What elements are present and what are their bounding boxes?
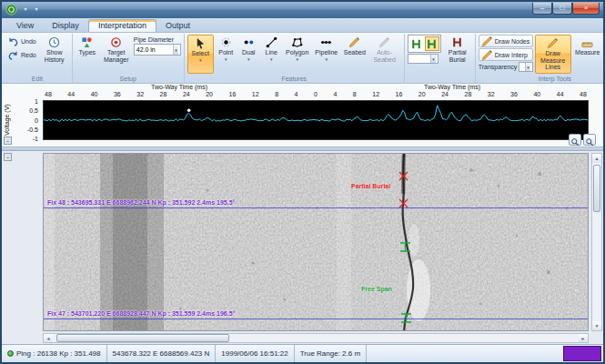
horizontal-scroll-track[interactable] (53, 334, 579, 342)
collapse-sonar-button[interactable]: - (4, 153, 12, 161)
x-tick-label: 44 (557, 91, 564, 99)
minimize-button[interactable]: – (532, 3, 552, 15)
close-button[interactable]: × (572, 3, 600, 15)
fix-line-47[interactable] (44, 318, 588, 319)
status-position-text: 543678.322 E 6688569.423 N (113, 349, 210, 358)
status-ping: Ping : 26138 Kp : 351.498 (2, 345, 107, 362)
collapse-profile-button[interactable]: - (4, 136, 12, 145)
pipeline-icon (320, 36, 332, 48)
sonar-image[interactable]: Fix 48 : 543695.331 E 6688962.244 N Kp :… (43, 153, 589, 331)
vertical-scroll-thumb[interactable] (593, 165, 600, 212)
exposed-pipe-h-icon[interactable] (409, 36, 424, 51)
redo-label: Redo (21, 52, 36, 58)
line-tool-button[interactable]: Line ▾ (261, 35, 282, 74)
draw-measure-lines-button[interactable]: Draw Measure Lines (535, 35, 571, 74)
app-icon[interactable] (5, 4, 17, 15)
dropdown-arrow-icon[interactable]: ▾ (430, 55, 436, 63)
target-manager-button[interactable]: Target Manager (101, 35, 132, 74)
status-spacer (367, 345, 563, 362)
window-controls: – □ × (532, 3, 600, 15)
chevron-down-icon: ▾ (270, 57, 273, 61)
fix-label-47: Fix 47 : 543701.220 E 6688928.447 N Kp :… (47, 310, 235, 317)
ribbon-tab-bar: View Display Interpretation Output (2, 18, 603, 33)
fix-line-48[interactable] (44, 207, 588, 208)
ribbon-group-features: Select ▾ Point ▾ Dual ▾ Line ▾ (185, 34, 405, 83)
quick-access-button-2[interactable]: ▾ (31, 5, 42, 15)
select-tool-button[interactable]: Select ▾ (187, 35, 214, 74)
x-tick-label: 48 (580, 91, 587, 99)
burial-group-label (406, 75, 474, 83)
x-tick-label: 20 (418, 91, 426, 99)
tab-interpretation[interactable]: Interpretation (88, 19, 156, 32)
vertical-scroll-track[interactable] (592, 163, 601, 321)
quick-access-button-1[interactable]: ▾ (20, 5, 31, 15)
draw-interp-pencil-icon (481, 49, 493, 61)
dual-tool-button[interactable]: Dual ▾ (238, 35, 259, 74)
light-streak (337, 154, 351, 331)
x-tick-label: 24 (441, 91, 449, 99)
types-button[interactable]: Types (76, 35, 99, 74)
partial-burial-h-icon (451, 36, 463, 48)
horizontal-scroll-thumb[interactable] (56, 334, 229, 342)
target-icon (109, 36, 123, 48)
tab-display[interactable]: Display (43, 20, 88, 32)
draw-nodes-button[interactable]: Draw Nodes (479, 35, 533, 47)
dropdown-arrow-icon[interactable]: ▾ (173, 45, 178, 55)
x-axis-title-right: Two-Way Time (ms) (424, 84, 480, 90)
draw-measure-lines-label: Draw Measure Lines (538, 50, 569, 71)
seabed-tool-button[interactable]: Seabed (342, 35, 367, 74)
scroll-down-button[interactable]: ▼ (592, 321, 601, 330)
status-icon (7, 350, 14, 357)
pipeline-label: Pipeline (315, 49, 338, 56)
redo-button[interactable]: Redo (5, 48, 38, 61)
point-icon (220, 36, 232, 48)
polygon-icon (291, 36, 303, 48)
scroll-up-button[interactable]: ▲ (592, 154, 601, 163)
edit-group-label: Edit (4, 75, 71, 83)
show-history-button[interactable]: Show History (40, 35, 69, 74)
x-tick-label: 12 (252, 91, 259, 99)
features-group-label: Features (186, 75, 403, 83)
dropdown-arrow-icon[interactable]: ▾ (525, 63, 530, 71)
draw-interp-button[interactable]: Draw Interp (479, 48, 533, 61)
vertical-scrollbar[interactable]: ▲ ▼ (591, 153, 602, 331)
x-tick-label: 12 (372, 91, 379, 99)
point-tool-button[interactable]: Point ▾ (216, 35, 237, 74)
chart-zoom-out-button[interactable] (583, 134, 596, 146)
chevron-down-icon: ▾ (199, 58, 202, 62)
measure-button[interactable]: Measure (573, 35, 602, 74)
draw-nodes-pencil-icon (481, 35, 493, 47)
horizontal-scrollbar[interactable]: ◄ ► (43, 333, 589, 343)
y-tick-label: -1 (33, 136, 38, 142)
tab-output[interactable]: Output (156, 20, 199, 32)
x-tick-label: 28 (464, 91, 471, 99)
interp-tools-group-label: Interp Tools (477, 75, 605, 83)
transparency-label: Transparency (479, 64, 518, 70)
titlebar[interactable]: ▾ ▾ – □ × (2, 2, 603, 18)
transparency-combo[interactable]: ▾ (519, 62, 532, 72)
draw-interp-label: Draw Interp (495, 52, 528, 58)
polygon-tool-button[interactable]: Polygon ▾ (284, 35, 311, 74)
tab-view[interactable]: View (7, 20, 43, 32)
scroll-right-button[interactable]: ► (579, 334, 588, 342)
chevron-down-icon: ▾ (225, 57, 227, 61)
x-tick-label: 24 (183, 91, 190, 99)
chevron-down-icon: ▾ (325, 57, 328, 61)
waveform-plot[interactable] (43, 100, 589, 140)
x-tick-label: 40 (91, 91, 98, 99)
pipe-diameter-combo[interactable]: 42.0 in ▾ (134, 44, 181, 56)
pipeline-tool-button[interactable]: Pipeline ▾ (313, 35, 340, 74)
undo-icon (7, 35, 19, 47)
x-tick-label: 32 (488, 91, 495, 99)
undo-button[interactable]: Undo (5, 35, 38, 47)
status-true-range: True Range: 2.6 m (295, 345, 367, 362)
buried-pipe-h-icon[interactable] (425, 36, 439, 51)
maximize-button[interactable]: □ (552, 3, 572, 15)
ribbon-group-setup: Types Target Manager Pipe Diameter 42.0 … (73, 34, 185, 83)
burial-type-combo[interactable]: ▾ (408, 54, 439, 64)
scroll-left-button[interactable]: ◄ (44, 334, 53, 342)
x-axis-title-left: Two-Way Time (ms) (151, 84, 207, 90)
x-axis-titles: Two-Way Time (ms) Two-Way Time (ms) (43, 84, 589, 91)
chart-zoom-in-button[interactable] (569, 134, 581, 146)
partial-burial-button[interactable]: Partial Burial (443, 35, 472, 74)
